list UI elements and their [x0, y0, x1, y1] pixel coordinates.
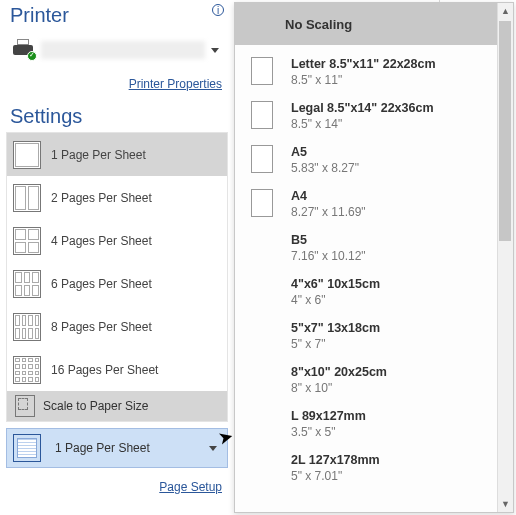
paper-size-dimensions: 8.5" x 14" — [291, 117, 434, 132]
paper-size-dimensions: 5" x 7" — [291, 337, 380, 352]
settings-heading-text: Settings — [10, 105, 82, 128]
printer-name-redacted — [41, 41, 205, 59]
settings-heading: Settings — [0, 105, 234, 130]
paper-size-title: L 89x127mm — [291, 409, 366, 425]
scale-to-paper-size[interactable]: Scale to Paper Size — [7, 391, 227, 421]
pages-grid-icon — [13, 356, 41, 384]
paper-size-title: A5 — [291, 145, 359, 161]
paper-size-dimensions: 5.83" x 8.27" — [291, 161, 359, 176]
no-scaling-icon — [243, 11, 271, 37]
no-scaling-option[interactable]: No Scaling — [235, 3, 497, 45]
pages-per-sheet-menu: 1 Page Per Sheet2 Pages Per Sheet4 Pages… — [6, 132, 228, 422]
printer-selector[interactable] — [8, 33, 226, 67]
one-page-icon — [13, 434, 41, 462]
pages-option-label: 16 Pages Per Sheet — [51, 363, 158, 377]
paper-size-dimensions: 4" x 6" — [291, 293, 380, 308]
paper-size-option[interactable]: 5"x7" 13x18cm5" x 7" — [235, 315, 497, 359]
pages-grid-icon — [13, 313, 41, 341]
paper-size-option[interactable]: Legal 8.5"x14" 22x36cm8.5" x 14" — [235, 95, 497, 139]
paper-size-option[interactable]: A55.83" x 8.27" — [235, 139, 497, 183]
scrollbar[interactable]: ▲ ▼ — [497, 3, 513, 512]
scroll-thumb[interactable] — [499, 21, 511, 241]
pages-option-label: 2 Pages Per Sheet — [51, 191, 152, 205]
chevron-down-icon — [209, 446, 217, 451]
page-setup-link[interactable]: Page Setup — [0, 480, 222, 494]
paper-size-option[interactable]: B57.16" x 10.12" — [235, 227, 497, 271]
scale-label: Scale to Paper Size — [43, 399, 148, 413]
paper-thumb-icon — [251, 277, 273, 305]
scroll-down-button[interactable]: ▼ — [498, 496, 513, 512]
paper-size-title: A4 — [291, 189, 366, 205]
printer-properties-link[interactable]: Printer Properties — [0, 77, 222, 91]
paper-size-title: Letter 8.5"x11" 22x28cm — [291, 57, 436, 73]
pages-option-label: 6 Pages Per Sheet — [51, 277, 152, 291]
paper-size-title: B5 — [291, 233, 366, 249]
paper-size-option[interactable]: 4"x6" 10x15cm4" x 6" — [235, 271, 497, 315]
pages-option-6[interactable]: 6 Pages Per Sheet — [7, 262, 227, 305]
pages-grid-icon — [13, 141, 41, 169]
pages-option-16[interactable]: 16 Pages Per Sheet — [7, 348, 227, 391]
pages-per-sheet-selected-label: 1 Page Per Sheet — [55, 441, 209, 455]
paper-size-dimensions: 8.5" x 11" — [291, 73, 436, 88]
paper-size-option[interactable]: Letter 8.5"x11" 22x28cm8.5" x 11" — [235, 51, 497, 95]
info-icon[interactable]: i — [212, 4, 224, 16]
left-panel: Printer i Printer Properties Settings 1 … — [0, 0, 234, 515]
paper-size-option[interactable]: L 89x127mm3.5" x 5" — [235, 403, 497, 447]
paper-size-title: Legal 8.5"x14" 22x36cm — [291, 101, 434, 117]
pages-per-sheet-dropdown[interactable]: 1 Page Per Sheet — [6, 428, 228, 468]
chevron-down-icon — [211, 48, 219, 53]
pages-option-label: 4 Pages Per Sheet — [51, 234, 152, 248]
paper-thumb-icon — [251, 57, 273, 85]
paper-size-option[interactable]: 8"x10" 20x25cm8" x 10" — [235, 359, 497, 403]
printer-ready-icon — [13, 41, 35, 59]
paper-size-title: 5"x7" 13x18cm — [291, 321, 380, 337]
paper-size-option[interactable]: 2L 127x178mm5" x 7.01" — [235, 447, 497, 491]
printer-heading-text: Printer — [10, 4, 69, 27]
pages-option-8[interactable]: 8 Pages Per Sheet — [7, 305, 227, 348]
scroll-up-button[interactable]: ▲ — [498, 3, 513, 19]
paper-size-dimensions: 7.16" x 10.12" — [291, 249, 366, 264]
printer-heading: Printer i — [0, 0, 234, 29]
pages-grid-icon — [13, 270, 41, 298]
paper-thumb-icon — [251, 233, 273, 261]
paper-thumb-icon — [251, 453, 273, 481]
paper-size-title: 2L 127x178mm — [291, 453, 380, 469]
paper-size-title: 4"x6" 10x15cm — [291, 277, 380, 293]
paper-thumb-icon — [251, 145, 273, 173]
paper-size-title: 8"x10" 20x25cm — [291, 365, 387, 381]
pages-option-label: 8 Pages Per Sheet — [51, 320, 152, 334]
pages-grid-icon — [13, 184, 41, 212]
scale-icon — [15, 395, 35, 417]
paper-thumb-icon — [251, 101, 273, 129]
paper-thumb-icon — [251, 189, 273, 217]
pages-option-2[interactable]: 2 Pages Per Sheet — [7, 176, 227, 219]
paper-size-dimensions: 8" x 10" — [291, 381, 387, 396]
paper-thumb-icon — [251, 321, 273, 349]
paper-size-list: Letter 8.5"x11" 22x28cm8.5" x 11"Legal 8… — [235, 45, 497, 491]
paper-thumb-icon — [251, 365, 273, 393]
pages-option-4[interactable]: 4 Pages Per Sheet — [7, 219, 227, 262]
paper-size-dimensions: 8.27" x 11.69" — [291, 205, 366, 220]
paper-thumb-icon — [251, 409, 273, 437]
pages-option-label: 1 Page Per Sheet — [51, 148, 146, 162]
paper-size-flyout: No Scaling Letter 8.5"x11" 22x28cm8.5" x… — [234, 2, 514, 513]
no-scaling-label: No Scaling — [285, 17, 352, 32]
pages-option-1[interactable]: 1 Page Per Sheet — [7, 133, 227, 176]
paper-size-option[interactable]: A48.27" x 11.69" — [235, 183, 497, 227]
paper-size-dimensions: 3.5" x 5" — [291, 425, 366, 440]
paper-size-dimensions: 5" x 7.01" — [291, 469, 380, 484]
pages-grid-icon — [13, 227, 41, 255]
